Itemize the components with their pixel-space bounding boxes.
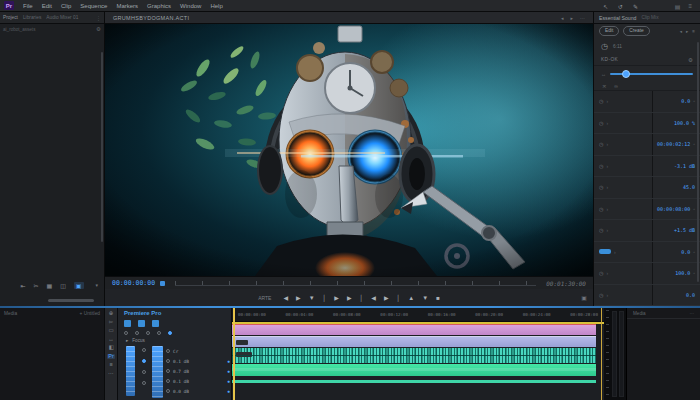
forward-icon[interactable]: ▸	[686, 29, 688, 34]
next-icon[interactable]: ▸	[570, 15, 573, 21]
slide-tool[interactable]: ↔	[108, 337, 114, 343]
gain-knob[interactable]: ●	[227, 379, 230, 384]
linked-selection-toggle[interactable]	[138, 320, 145, 327]
undo-icon[interactable]: ↺	[618, 3, 623, 10]
menu-edit[interactable]: Edit	[42, 3, 52, 9]
extract-button[interactable]: ▼	[422, 295, 428, 301]
focus-label[interactable]: Focus	[132, 338, 145, 343]
menu-sequence[interactable]: Sequence	[80, 3, 107, 9]
mixer-value[interactable]: 0.0 dB	[173, 389, 189, 394]
menu-graphics[interactable]: Graphics	[147, 3, 171, 9]
track-toggle[interactable]	[135, 331, 139, 335]
volume-slider[interactable]	[610, 73, 693, 75]
menu-help[interactable]: Help	[210, 3, 222, 9]
new-item-icon[interactable]: ▣	[74, 282, 84, 289]
video-clip-v2[interactable]	[232, 336, 596, 347]
bin-icon[interactable]: ◫	[60, 282, 66, 289]
edit-tab[interactable]: Edit	[599, 26, 619, 36]
chevron-down-icon[interactable]: ▾	[95, 282, 98, 288]
prev-icon[interactable]: ◂	[561, 15, 564, 21]
mixer-value[interactable]: 0.7 dB	[173, 369, 189, 374]
right-panel-scrollbar[interactable]	[697, 42, 699, 282]
step-back-button[interactable]: ◀	[283, 295, 288, 301]
zoom-level-select[interactable]: ARTE	[258, 295, 271, 301]
pen-icon[interactable]: ✎	[633, 3, 638, 10]
hand-tool[interactable]: ≡	[109, 362, 112, 368]
current-timecode[interactable]: 00:00:00:00	[112, 279, 155, 287]
audio-clip-a1[interactable]	[232, 348, 596, 363]
keyframe-dot[interactable]: ◦	[693, 270, 695, 276]
chevron-icon[interactable]: ›	[606, 206, 608, 212]
audio-clip-a3[interactable]	[232, 380, 596, 383]
play-around-button[interactable]: ▶	[347, 295, 352, 301]
go-to-in-button[interactable]: ◀	[371, 295, 376, 301]
pan-ring-icon[interactable]	[166, 389, 170, 393]
gain-knob[interactable]: ●	[227, 389, 230, 394]
stopwatch-icon[interactable]: ◷	[599, 141, 603, 147]
play-button[interactable]: ▶	[296, 295, 301, 301]
preset-label[interactable]: KD-OK	[601, 57, 618, 62]
solo-toggle[interactable]	[142, 359, 146, 363]
param-value[interactable]: 0.0	[681, 249, 690, 255]
razor-tool[interactable]: ✂	[109, 320, 114, 326]
stopwatch-icon[interactable]: ◷	[599, 206, 603, 212]
lift-button[interactable]: ▲	[408, 295, 414, 301]
menu-file[interactable]: File	[23, 3, 33, 9]
hamburger-icon[interactable]: ≡	[688, 3, 692, 9]
marker-button[interactable]: ▼	[309, 295, 315, 301]
chevron-icon[interactable]: ›	[606, 184, 608, 190]
mixer-value[interactable]: 0.1 dB	[173, 359, 189, 364]
volume-slider-knob[interactable]	[622, 70, 630, 78]
grid-view-icon[interactable]: ▦	[47, 282, 53, 289]
right-panel-title[interactable]: Essential Sound	[599, 15, 637, 21]
stopwatch-icon[interactable]: ◷	[599, 120, 603, 126]
chevron-icon[interactable]: ›	[606, 163, 608, 169]
param-value[interactable]: 0.0	[686, 292, 695, 298]
project-hscrollbar[interactable]	[48, 299, 94, 302]
list-view-icon[interactable]: ⇤	[20, 282, 25, 289]
param-value[interactable]: -3.1 dB	[674, 163, 695, 169]
menu-markers[interactable]: Markers	[116, 3, 138, 9]
keyframe-dot[interactable]: ◦	[693, 98, 695, 104]
track-toggle-active[interactable]	[168, 331, 172, 335]
keyframe-dot[interactable]: ◦	[693, 249, 695, 255]
more-icon[interactable]: ⋯	[689, 311, 694, 316]
sequence-name[interactable]: Premiere Pro	[124, 310, 161, 316]
step-forward-button[interactable]: ▶	[334, 295, 339, 301]
mute-toggle[interactable]	[142, 381, 146, 385]
chevron-icon[interactable]: ›	[606, 98, 608, 104]
gain-knob[interactable]: ●	[227, 359, 230, 364]
mute-toggle[interactable]	[142, 348, 146, 352]
keyframe-dot[interactable]: ◦	[693, 141, 695, 147]
track-toggle[interactable]	[157, 331, 161, 335]
cursor-icon[interactable]: ↖	[603, 3, 608, 10]
snap-toggle[interactable]	[124, 320, 131, 327]
stopwatch-icon[interactable]: ◷	[599, 270, 603, 276]
project-scrollbar[interactable]	[101, 52, 103, 242]
stopwatch-icon[interactable]: ◷	[599, 227, 603, 233]
program-tab-title[interactable]: GRUMHSBYDOGMAN.ACTI	[113, 15, 189, 21]
menu-clip[interactable]: Clip	[61, 3, 71, 9]
selection-tool-active[interactable]: Pr	[107, 354, 115, 360]
pan-ring-icon[interactable]	[166, 369, 170, 373]
marker-toggle[interactable]	[152, 320, 159, 327]
chevron-icon[interactable]: ›	[606, 292, 608, 298]
param-value[interactable]: 100.0	[675, 270, 690, 276]
chevron-icon[interactable]: ›	[614, 249, 616, 255]
pan-ring-icon[interactable]	[166, 359, 170, 363]
stopwatch-icon[interactable]: ◷	[599, 184, 603, 190]
param-value[interactable]: 00:00:08:00	[657, 206, 690, 212]
param-value[interactable]: 0.0	[681, 98, 690, 104]
monitor-settings-icon[interactable]: ▣	[581, 294, 587, 301]
export-frame-button[interactable]: ■	[436, 295, 440, 301]
tab-audio-mixer[interactable]: Audio Mixer 01	[46, 15, 78, 20]
mute-toggle[interactable]	[142, 370, 146, 374]
track-toggle[interactable]	[124, 331, 128, 335]
pan-ring-icon[interactable]	[166, 349, 170, 353]
add-item-label[interactable]: + Untitled	[80, 311, 100, 316]
stopwatch-icon[interactable]: ◷	[599, 163, 603, 169]
chevron-icon[interactable]: ›	[606, 227, 608, 233]
tab-libraries[interactable]: Libraries	[23, 15, 41, 20]
mixer-value[interactable]: Cr	[173, 349, 178, 354]
track-toggle[interactable]	[146, 331, 150, 335]
